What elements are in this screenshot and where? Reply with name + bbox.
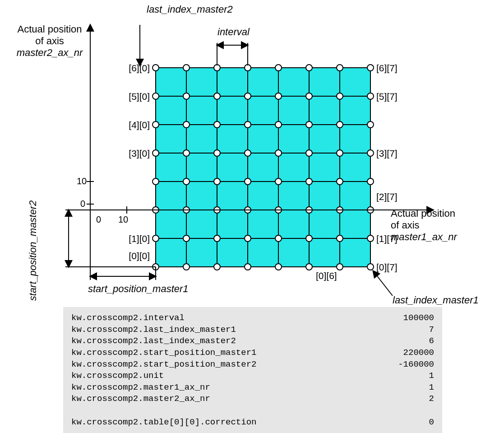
svg-point-73 [183, 264, 190, 270]
last-idx-m1-arrow [373, 271, 393, 296]
svg-point-40 [153, 150, 159, 156]
svg-point-42 [214, 150, 220, 156]
svg-text:Actual position: Actual position [391, 208, 455, 219]
svg-point-49 [183, 178, 190, 185]
svg-text:0: 0 [96, 214, 101, 224]
svg-point-76 [275, 264, 282, 270]
svg-point-53 [306, 178, 312, 185]
svg-text:[3][0]: [3][0] [129, 148, 150, 158]
svg-point-17 [183, 65, 190, 71]
svg-point-50 [214, 178, 220, 185]
svg-text:of axis: of axis [35, 35, 64, 47]
code-row: kw.crosscomp2.last_index_master26 [71, 335, 434, 347]
svg-point-48 [153, 178, 159, 185]
svg-point-69 [306, 235, 312, 242]
svg-point-70 [337, 235, 343, 242]
interval-label: interval [217, 26, 250, 37]
svg-point-28 [275, 93, 282, 99]
svg-point-32 [153, 121, 159, 128]
svg-text:[1][7]: [1][7] [376, 233, 398, 244]
svg-point-52 [275, 178, 282, 185]
parameter-code-block: kw.crosscomp2.interval100000 kw.crosscom… [63, 307, 442, 433]
svg-point-34 [214, 121, 220, 128]
start-pos-m2-label: start_position_master2 [27, 200, 38, 301]
code-row: kw.crosscomp2.unit1 [71, 370, 434, 382]
svg-point-21 [306, 65, 312, 71]
svg-point-20 [275, 65, 282, 71]
svg-point-54 [337, 178, 343, 185]
svg-text:[2][7]: [2][7] [376, 191, 398, 202]
svg-point-23 [367, 65, 374, 71]
svg-point-19 [245, 65, 251, 71]
svg-point-44 [275, 150, 282, 156]
svg-text:[6][0]: [6][0] [129, 63, 150, 73]
diagram-svg: Actual position of axis master2_ax_nr Ac… [0, 0, 504, 307]
svg-point-67 [245, 235, 251, 242]
svg-point-27 [245, 93, 251, 99]
svg-text:10: 10 [118, 214, 128, 224]
svg-point-47 [367, 150, 374, 156]
tick-labels: 10 0 0 10 [77, 176, 128, 224]
svg-text:master1_ax_nr: master1_ax_nr [391, 231, 458, 242]
figure-container: Actual position of axis master2_ax_nr Ac… [0, 0, 504, 433]
code-ellipsis: ... [71, 428, 434, 433]
svg-text:master2_ax_nr: master2_ax_nr [17, 47, 83, 58]
last-idx-m2-label: last_index_master2 [147, 4, 233, 15]
svg-line-100 [373, 271, 393, 296]
svg-text:[5][7]: [5][7] [376, 91, 398, 102]
svg-point-77 [306, 264, 312, 270]
svg-point-71 [367, 235, 374, 242]
svg-text:[6][7]: [6][7] [376, 63, 398, 73]
code-row: kw.crosscomp2.master1_ax_nr1 [71, 382, 434, 394]
svg-text:10: 10 [77, 176, 87, 186]
svg-point-24 [153, 93, 159, 99]
svg-text:[0][0]: [0][0] [129, 251, 150, 261]
svg-point-45 [306, 150, 312, 156]
code-row: kw.crosscomp2.table[0][0].correction0 [71, 417, 434, 428]
svg-point-41 [183, 150, 190, 156]
code-row [71, 405, 434, 417]
start-pos-m1-label: start_position_master1 [88, 283, 189, 294]
svg-point-35 [245, 121, 251, 128]
svg-point-46 [337, 150, 343, 156]
svg-point-18 [214, 65, 220, 71]
last-idx-m1-label: last_index_master1 [393, 294, 479, 306]
code-row: kw.crosscomp2.last_index_master17 [71, 324, 434, 336]
svg-point-22 [337, 65, 343, 71]
svg-point-36 [275, 121, 282, 128]
svg-text:[0][7]: [0][7] [376, 262, 398, 272]
svg-point-29 [306, 93, 312, 99]
svg-point-55 [367, 178, 374, 185]
x-axis-title: Actual position of axis master1_ax_nr [391, 208, 458, 242]
interval-bracket [217, 43, 248, 65]
code-row: kw.crosscomp2.interval100000 [71, 312, 434, 324]
svg-point-79 [367, 264, 374, 270]
svg-point-51 [245, 178, 251, 185]
svg-point-26 [214, 93, 220, 99]
svg-point-38 [337, 121, 343, 128]
svg-point-16 [153, 65, 159, 71]
svg-point-65 [183, 235, 190, 242]
svg-text:[4][0]: [4][0] [129, 120, 150, 130]
svg-point-37 [306, 121, 312, 128]
code-row: kw.crosscomp2.start_position_master2-160… [71, 359, 434, 371]
svg-text:[3][7]: [3][7] [376, 148, 398, 158]
svg-point-25 [183, 93, 190, 99]
svg-point-43 [245, 150, 251, 156]
svg-point-78 [337, 264, 343, 270]
svg-text:of axis: of axis [391, 219, 420, 231]
svg-point-39 [367, 121, 374, 128]
left-index-labels: [6][0] [5][0] [4][0] [3][0] [1][0] [0][0… [129, 63, 150, 261]
svg-point-66 [214, 235, 220, 242]
svg-text:[1][0]: [1][0] [129, 233, 150, 244]
y-axis-title: Actual position of axis master2_ax_nr [17, 23, 83, 58]
svg-text:0: 0 [80, 199, 85, 209]
svg-point-74 [214, 264, 220, 270]
code-row: kw.crosscomp2.start_position_master12200… [71, 347, 434, 359]
svg-text:Actual position: Actual position [17, 23, 82, 35]
svg-point-64 [153, 235, 159, 242]
svg-point-33 [183, 121, 190, 128]
code-row: kw.crosscomp2.master2_ax_nr2 [71, 393, 434, 405]
svg-point-68 [275, 235, 282, 242]
bottom-index-label: [0][6] [316, 270, 337, 281]
